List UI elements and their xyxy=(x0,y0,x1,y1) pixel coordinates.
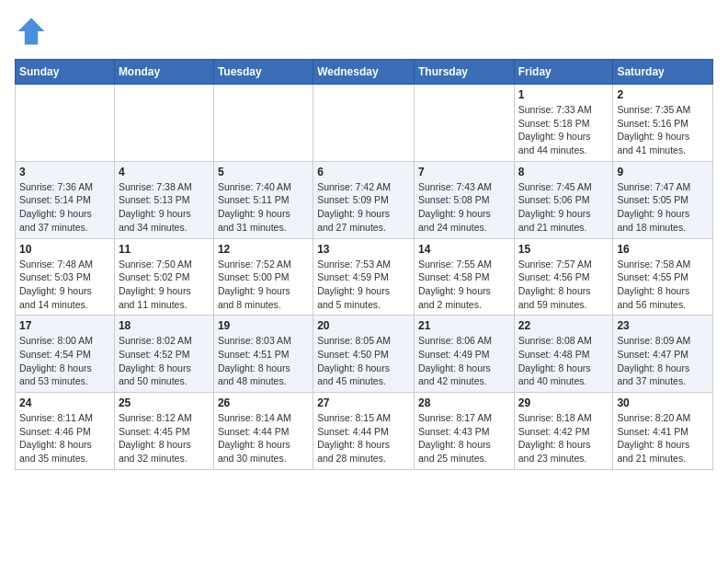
page-header xyxy=(15,15,713,48)
day-number: 21 xyxy=(418,319,510,332)
calendar-cell: 1Sunrise: 7:33 AM Sunset: 5:18 PM Daylig… xyxy=(514,85,613,162)
calendar-cell: 17Sunrise: 8:00 AM Sunset: 4:54 PM Dayli… xyxy=(16,316,115,393)
calendar-cell: 20Sunrise: 8:05 AM Sunset: 4:50 PM Dayli… xyxy=(313,316,415,393)
day-number: 24 xyxy=(19,396,110,409)
calendar-cell: 7Sunrise: 7:43 AM Sunset: 5:08 PM Daylig… xyxy=(414,161,514,238)
svg-marker-0 xyxy=(18,18,45,45)
calendar-cell xyxy=(313,85,415,162)
day-info: Sunrise: 8:20 AM Sunset: 4:41 PM Dayligh… xyxy=(617,411,709,465)
day-number: 1 xyxy=(518,88,609,101)
day-info: Sunrise: 8:05 AM Sunset: 4:50 PM Dayligh… xyxy=(317,334,410,388)
col-header-saturday: Saturday xyxy=(613,60,713,85)
day-number: 5 xyxy=(218,166,309,178)
calendar-cell: 5Sunrise: 7:40 AM Sunset: 5:11 PM Daylig… xyxy=(213,161,313,238)
calendar-cell: 30Sunrise: 8:20 AM Sunset: 4:41 PM Dayli… xyxy=(613,393,713,470)
day-info: Sunrise: 7:43 AM Sunset: 5:08 PM Dayligh… xyxy=(418,180,510,235)
calendar-table: SundayMondayTuesdayWednesdayThursdayFrid… xyxy=(15,59,713,470)
day-info: Sunrise: 8:00 AM Sunset: 4:54 PM Dayligh… xyxy=(19,334,110,388)
day-number: 25 xyxy=(119,396,210,409)
day-number: 13 xyxy=(317,243,410,256)
day-number: 11 xyxy=(119,243,210,256)
day-info: Sunrise: 8:02 AM Sunset: 4:52 PM Dayligh… xyxy=(119,334,210,388)
calendar-cell xyxy=(213,85,313,162)
calendar-cell: 19Sunrise: 8:03 AM Sunset: 4:51 PM Dayli… xyxy=(213,316,313,393)
calendar-cell: 10Sunrise: 7:48 AM Sunset: 5:03 PM Dayli… xyxy=(16,238,115,316)
logo xyxy=(15,15,51,48)
calendar-cell: 18Sunrise: 8:02 AM Sunset: 4:52 PM Dayli… xyxy=(114,316,213,393)
calendar-cell: 13Sunrise: 7:53 AM Sunset: 4:59 PM Dayli… xyxy=(313,238,415,316)
calendar-cell: 21Sunrise: 8:06 AM Sunset: 4:49 PM Dayli… xyxy=(414,316,514,393)
day-info: Sunrise: 7:52 AM Sunset: 5:00 PM Dayligh… xyxy=(218,258,309,312)
day-number: 26 xyxy=(218,396,309,409)
day-info: Sunrise: 7:35 AM Sunset: 5:16 PM Dayligh… xyxy=(617,103,709,157)
day-info: Sunrise: 8:12 AM Sunset: 4:45 PM Dayligh… xyxy=(119,411,210,465)
day-number: 10 xyxy=(19,243,110,256)
day-info: Sunrise: 7:45 AM Sunset: 5:06 PM Dayligh… xyxy=(518,180,609,235)
calendar-cell: 8Sunrise: 7:45 AM Sunset: 5:06 PM Daylig… xyxy=(514,161,613,238)
day-number: 28 xyxy=(418,396,510,409)
day-number: 22 xyxy=(518,319,609,332)
day-number: 18 xyxy=(119,319,210,332)
day-number: 29 xyxy=(518,396,609,409)
day-info: Sunrise: 7:33 AM Sunset: 5:18 PM Dayligh… xyxy=(518,103,609,157)
day-info: Sunrise: 8:11 AM Sunset: 4:46 PM Dayligh… xyxy=(19,411,110,465)
col-header-wednesday: Wednesday xyxy=(313,60,415,85)
calendar-cell xyxy=(114,85,213,162)
week-row-1: 3Sunrise: 7:36 AM Sunset: 5:14 PM Daylig… xyxy=(16,161,713,238)
calendar-cell: 22Sunrise: 8:08 AM Sunset: 4:48 PM Dayli… xyxy=(514,316,613,393)
col-header-thursday: Thursday xyxy=(414,60,514,85)
day-info: Sunrise: 7:48 AM Sunset: 5:03 PM Dayligh… xyxy=(19,258,110,312)
day-info: Sunrise: 8:15 AM Sunset: 4:44 PM Dayligh… xyxy=(317,411,410,465)
day-number: 30 xyxy=(617,396,709,409)
day-info: Sunrise: 8:18 AM Sunset: 4:42 PM Dayligh… xyxy=(518,411,609,465)
day-info: Sunrise: 8:09 AM Sunset: 4:47 PM Dayligh… xyxy=(617,334,709,388)
day-number: 6 xyxy=(317,166,410,178)
day-info: Sunrise: 7:53 AM Sunset: 4:59 PM Dayligh… xyxy=(317,258,410,312)
day-number: 23 xyxy=(617,319,709,332)
calendar-cell xyxy=(16,85,115,162)
calendar-cell: 14Sunrise: 7:55 AM Sunset: 4:58 PM Dayli… xyxy=(414,238,514,316)
calendar-cell: 2Sunrise: 7:35 AM Sunset: 5:16 PM Daylig… xyxy=(613,85,713,162)
calendar-cell: 11Sunrise: 7:50 AM Sunset: 5:02 PM Dayli… xyxy=(114,238,213,316)
day-info: Sunrise: 7:50 AM Sunset: 5:02 PM Dayligh… xyxy=(119,258,210,312)
day-info: Sunrise: 8:17 AM Sunset: 4:43 PM Dayligh… xyxy=(418,411,510,465)
calendar-cell: 25Sunrise: 8:12 AM Sunset: 4:45 PM Dayli… xyxy=(114,393,213,470)
calendar-cell: 12Sunrise: 7:52 AM Sunset: 5:00 PM Dayli… xyxy=(213,238,313,316)
calendar-cell: 4Sunrise: 7:38 AM Sunset: 5:13 PM Daylig… xyxy=(114,161,213,238)
day-info: Sunrise: 7:40 AM Sunset: 5:11 PM Dayligh… xyxy=(218,180,309,235)
calendar-cell: 24Sunrise: 8:11 AM Sunset: 4:46 PM Dayli… xyxy=(16,393,115,470)
day-info: Sunrise: 7:55 AM Sunset: 4:58 PM Dayligh… xyxy=(418,258,510,312)
day-info: Sunrise: 8:03 AM Sunset: 4:51 PM Dayligh… xyxy=(218,334,309,388)
day-number: 19 xyxy=(218,319,309,332)
calendar-cell: 26Sunrise: 8:14 AM Sunset: 4:44 PM Dayli… xyxy=(213,393,313,470)
day-number: 15 xyxy=(518,243,609,256)
day-info: Sunrise: 7:42 AM Sunset: 5:09 PM Dayligh… xyxy=(317,180,410,235)
week-row-0: 1Sunrise: 7:33 AM Sunset: 5:18 PM Daylig… xyxy=(16,85,713,162)
day-info: Sunrise: 8:08 AM Sunset: 4:48 PM Dayligh… xyxy=(518,334,609,388)
calendar-cell: 3Sunrise: 7:36 AM Sunset: 5:14 PM Daylig… xyxy=(16,161,115,238)
day-number: 4 xyxy=(119,166,210,178)
day-number: 12 xyxy=(218,243,309,256)
col-header-monday: Monday xyxy=(114,60,213,85)
week-row-3: 17Sunrise: 8:00 AM Sunset: 4:54 PM Dayli… xyxy=(16,316,713,393)
calendar-cell: 27Sunrise: 8:15 AM Sunset: 4:44 PM Dayli… xyxy=(313,393,415,470)
day-info: Sunrise: 7:57 AM Sunset: 4:56 PM Dayligh… xyxy=(518,258,609,312)
calendar-cell: 23Sunrise: 8:09 AM Sunset: 4:47 PM Dayli… xyxy=(613,316,713,393)
calendar-cell: 29Sunrise: 8:18 AM Sunset: 4:42 PM Dayli… xyxy=(514,393,613,470)
week-row-2: 10Sunrise: 7:48 AM Sunset: 5:03 PM Dayli… xyxy=(16,238,713,316)
day-number: 27 xyxy=(317,396,410,409)
day-number: 7 xyxy=(418,166,510,178)
day-number: 2 xyxy=(617,88,709,101)
day-number: 20 xyxy=(317,319,410,332)
calendar-cell: 28Sunrise: 8:17 AM Sunset: 4:43 PM Dayli… xyxy=(414,393,514,470)
day-info: Sunrise: 8:14 AM Sunset: 4:44 PM Dayligh… xyxy=(218,411,309,465)
col-header-sunday: Sunday xyxy=(16,60,115,85)
day-info: Sunrise: 7:58 AM Sunset: 4:55 PM Dayligh… xyxy=(617,258,709,312)
calendar-cell: 15Sunrise: 7:57 AM Sunset: 4:56 PM Dayli… xyxy=(514,238,613,316)
day-info: Sunrise: 7:36 AM Sunset: 5:14 PM Dayligh… xyxy=(19,180,110,235)
day-number: 3 xyxy=(19,166,110,178)
day-number: 16 xyxy=(617,243,709,256)
day-info: Sunrise: 8:06 AM Sunset: 4:49 PM Dayligh… xyxy=(418,334,510,388)
day-number: 14 xyxy=(418,243,510,256)
day-info: Sunrise: 7:38 AM Sunset: 5:13 PM Dayligh… xyxy=(119,180,210,235)
